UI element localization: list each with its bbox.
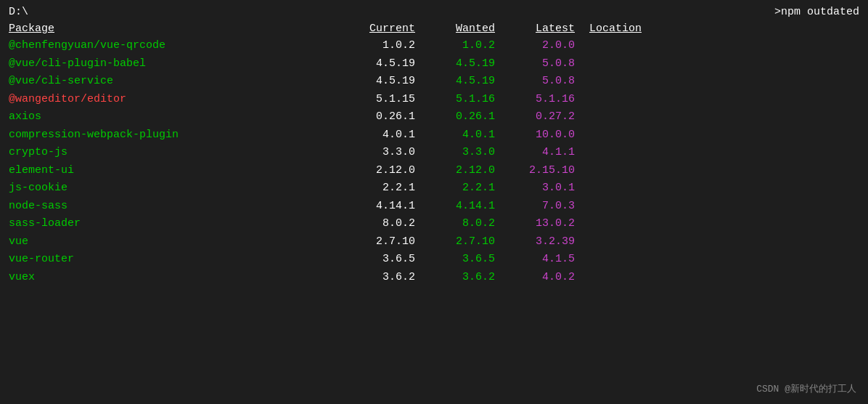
table-body: @chenfengyuan/vue-qrcode 1.0.2 1.0.2 2.0…	[9, 38, 859, 286]
cell-latest: 2.0.0	[495, 38, 575, 54]
cell-latest: 5.0.8	[495, 73, 575, 90]
cell-latest: 2.15.10	[495, 163, 575, 179]
cell-latest: 5.0.8	[495, 56, 575, 73]
cell-package: compression-webpack-plugin	[9, 127, 328, 144]
cell-current: 3.6.5	[328, 251, 415, 268]
col-header-location: Location	[575, 23, 662, 35]
cell-location	[575, 109, 662, 126]
cell-current: 3.6.2	[328, 270, 415, 286]
cell-wanted: 2.7.10	[415, 234, 495, 251]
cell-current: 1.0.2	[328, 38, 415, 54]
cell-wanted: 3.6.2	[415, 270, 495, 286]
table-row: vue 2.7.10 2.7.10 3.2.39	[9, 234, 859, 251]
cell-location	[575, 198, 662, 215]
table-row: compression-webpack-plugin 4.0.1 4.0.1 1…	[9, 127, 859, 144]
cell-current: 3.3.0	[328, 145, 415, 161]
cell-current: 4.14.1	[328, 198, 415, 215]
cell-location	[575, 251, 662, 268]
cell-wanted: 2.2.1	[415, 180, 495, 197]
table-row: element-ui 2.12.0 2.12.0 2.15.10	[9, 163, 859, 179]
cell-current: 0.26.1	[328, 109, 415, 126]
table-row: sass-loader 8.0.2 8.0.2 13.0.2	[9, 216, 859, 233]
cell-wanted: 4.5.19	[415, 73, 495, 90]
path: D:\	[9, 6, 28, 18]
table-row: @vue/cli-service 4.5.19 4.5.19 5.0.8	[9, 73, 859, 90]
table-row: axios 0.26.1 0.26.1 0.27.2	[9, 109, 859, 126]
cell-package: vue	[9, 234, 328, 251]
cell-location	[575, 127, 662, 144]
cell-wanted: 4.0.1	[415, 127, 495, 144]
cell-current: 8.0.2	[328, 216, 415, 233]
cell-current: 4.5.19	[328, 73, 415, 90]
cell-package: @chenfengyuan/vue-qrcode	[9, 38, 328, 54]
cell-latest: 13.0.2	[495, 216, 575, 233]
col-header-latest: Latest	[495, 23, 575, 35]
table-row: @chenfengyuan/vue-qrcode 1.0.2 1.0.2 2.0…	[9, 38, 859, 54]
cell-location	[575, 92, 662, 108]
npm-outdated-table: Package Current Wanted Latest Location @…	[9, 23, 859, 286]
cell-wanted: 4.5.19	[415, 56, 495, 73]
cell-wanted: 4.14.1	[415, 198, 495, 215]
cell-location	[575, 73, 662, 90]
cell-package: axios	[9, 109, 328, 126]
cell-package: node-sass	[9, 198, 328, 215]
cell-wanted: 3.6.5	[415, 251, 495, 268]
cell-latest: 7.0.3	[495, 198, 575, 215]
cell-latest: 3.2.39	[495, 234, 575, 251]
cell-current: 2.7.10	[328, 234, 415, 251]
cell-current: 4.5.19	[328, 56, 415, 73]
cell-location	[575, 56, 662, 73]
cell-package: js-cookie	[9, 180, 328, 197]
table-row: @wangeditor/editor 5.1.15 5.1.16 5.1.16	[9, 92, 859, 108]
cell-current: 4.0.1	[328, 127, 415, 144]
cell-latest: 10.0.0	[495, 127, 575, 144]
cell-location	[575, 234, 662, 251]
cell-location	[575, 270, 662, 286]
cell-package: sass-loader	[9, 216, 328, 233]
table-row: vuex 3.6.2 3.6.2 4.0.2	[9, 270, 859, 286]
cell-location	[575, 216, 662, 233]
cell-location	[575, 145, 662, 161]
table-header: Package Current Wanted Latest Location	[9, 23, 859, 35]
cell-package: vue-router	[9, 251, 328, 268]
cell-latest: 3.0.1	[495, 180, 575, 197]
col-header-package: Package	[9, 23, 328, 35]
cell-current: 5.1.15	[328, 92, 415, 108]
command: >npm outdated	[774, 6, 859, 18]
cell-package: @vue/cli-plugin-babel	[9, 56, 328, 73]
terminal: D:\ >npm outdated Package Current Wanted…	[0, 0, 868, 404]
cell-wanted: 8.0.2	[415, 216, 495, 233]
cell-package: element-ui	[9, 163, 328, 179]
cell-latest: 4.0.2	[495, 270, 575, 286]
cell-package: @wangeditor/editor	[9, 92, 328, 108]
cell-location	[575, 38, 662, 54]
table-row: crypto-js 3.3.0 3.3.0 4.1.1	[9, 145, 859, 161]
col-header-current: Current	[328, 23, 415, 35]
cell-latest: 4.1.5	[495, 251, 575, 268]
cell-package: @vue/cli-service	[9, 73, 328, 90]
cell-wanted: 0.26.1	[415, 109, 495, 126]
top-bar: D:\ >npm outdated	[9, 6, 859, 18]
cell-latest: 5.1.16	[495, 92, 575, 108]
table-row: node-sass 4.14.1 4.14.1 7.0.3	[9, 198, 859, 215]
cell-wanted: 3.3.0	[415, 145, 495, 161]
cell-location	[575, 180, 662, 197]
cell-wanted: 1.0.2	[415, 38, 495, 54]
cell-package: vuex	[9, 270, 328, 286]
col-header-wanted: Wanted	[415, 23, 495, 35]
cell-current: 2.2.1	[328, 180, 415, 197]
cell-wanted: 2.12.0	[415, 163, 495, 179]
cell-latest: 0.27.2	[495, 109, 575, 126]
cell-latest: 4.1.1	[495, 145, 575, 161]
table-row: js-cookie 2.2.1 2.2.1 3.0.1	[9, 180, 859, 197]
table-row: @vue/cli-plugin-babel 4.5.19 4.5.19 5.0.…	[9, 56, 859, 73]
cell-location	[575, 163, 662, 179]
cell-package: crypto-js	[9, 145, 328, 161]
table-row: vue-router 3.6.5 3.6.5 4.1.5	[9, 251, 859, 268]
cell-current: 2.12.0	[328, 163, 415, 179]
watermark: CSDN @新时代的打工人	[756, 382, 856, 395]
cell-wanted: 5.1.16	[415, 92, 495, 108]
